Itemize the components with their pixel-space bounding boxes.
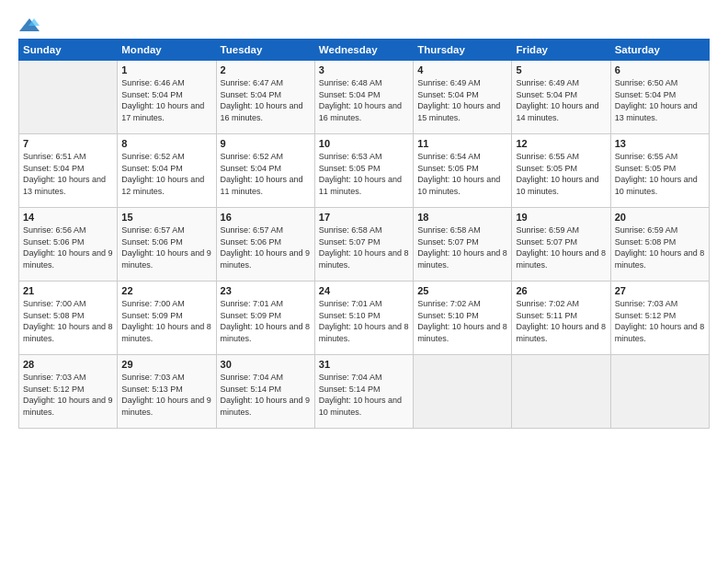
day-info: Sunrise: 6:54 AM Sunset: 5:05 PM Dayligh… [417, 151, 507, 197]
calendar-cell: 1Sunrise: 6:46 AM Sunset: 5:04 PM Daylig… [118, 61, 216, 134]
day-info: Sunrise: 6:58 AM Sunset: 5:07 PM Dayligh… [417, 224, 507, 270]
calendar-cell [512, 355, 610, 429]
day-info: Sunrise: 7:01 AM Sunset: 5:10 PM Dayligh… [319, 298, 409, 344]
day-info: Sunrise: 6:52 AM Sunset: 5:04 PM Dayligh… [121, 151, 211, 197]
day-info: Sunrise: 7:02 AM Sunset: 5:11 PM Dayligh… [516, 298, 606, 344]
day-info: Sunrise: 6:57 AM Sunset: 5:06 PM Dayligh… [221, 224, 311, 270]
day-number: 21 [23, 285, 113, 296]
day-info: Sunrise: 6:59 AM Sunset: 5:07 PM Dayligh… [516, 224, 606, 270]
col-header-saturday: Saturday [610, 40, 709, 61]
col-header-friday: Friday [512, 40, 610, 61]
day-number: 23 [221, 285, 311, 296]
day-info: Sunrise: 6:52 AM Sunset: 5:04 PM Dayligh… [221, 151, 311, 197]
calendar-cell: 26Sunrise: 7:02 AM Sunset: 5:11 PM Dayli… [512, 282, 610, 355]
calendar-cell: 29Sunrise: 7:03 AM Sunset: 5:13 PM Dayli… [118, 355, 216, 429]
day-number: 1 [121, 64, 211, 75]
day-info: Sunrise: 6:59 AM Sunset: 5:08 PM Dayligh… [615, 224, 705, 270]
day-info: Sunrise: 7:03 AM Sunset: 5:12 PM Dayligh… [615, 298, 705, 344]
calendar-cell: 12Sunrise: 6:55 AM Sunset: 5:05 PM Dayli… [512, 134, 610, 208]
day-number: 7 [23, 138, 113, 149]
day-number: 27 [615, 285, 705, 296]
logo-icon [19, 17, 40, 33]
day-info: Sunrise: 6:56 AM Sunset: 5:06 PM Dayligh… [23, 224, 113, 270]
day-info: Sunrise: 6:50 AM Sunset: 5:04 PM Dayligh… [615, 77, 705, 123]
calendar-cell: 7Sunrise: 6:51 AM Sunset: 5:04 PM Daylig… [19, 134, 118, 208]
calendar-cell: 18Sunrise: 6:58 AM Sunset: 5:07 PM Dayli… [414, 208, 512, 282]
calendar-cell: 22Sunrise: 7:00 AM Sunset: 5:09 PM Dayli… [118, 282, 216, 355]
calendar-cell: 28Sunrise: 7:03 AM Sunset: 5:12 PM Dayli… [19, 355, 118, 429]
day-info: Sunrise: 6:51 AM Sunset: 5:04 PM Dayligh… [23, 151, 113, 197]
calendar-cell: 20Sunrise: 6:59 AM Sunset: 5:08 PM Dayli… [610, 208, 709, 282]
day-number: 18 [417, 212, 507, 223]
day-info: Sunrise: 6:49 AM Sunset: 5:04 PM Dayligh… [516, 77, 606, 123]
col-header-monday: Monday [118, 40, 216, 61]
calendar-cell: 31Sunrise: 7:04 AM Sunset: 5:14 PM Dayli… [314, 355, 413, 429]
day-info: Sunrise: 6:58 AM Sunset: 5:07 PM Dayligh… [319, 224, 409, 270]
day-number: 5 [516, 64, 606, 75]
day-number: 14 [23, 212, 113, 223]
calendar-cell: 16Sunrise: 6:57 AM Sunset: 5:06 PM Dayli… [216, 208, 314, 282]
calendar-cell [610, 355, 709, 429]
calendar-cell: 15Sunrise: 6:57 AM Sunset: 5:06 PM Dayli… [118, 208, 216, 282]
calendar-cell: 6Sunrise: 6:50 AM Sunset: 5:04 PM Daylig… [610, 61, 709, 134]
day-info: Sunrise: 6:46 AM Sunset: 5:04 PM Dayligh… [121, 77, 211, 123]
day-info: Sunrise: 7:01 AM Sunset: 5:09 PM Dayligh… [221, 298, 311, 344]
day-info: Sunrise: 6:49 AM Sunset: 5:04 PM Dayligh… [417, 77, 507, 123]
day-info: Sunrise: 6:55 AM Sunset: 5:05 PM Dayligh… [516, 151, 606, 197]
day-number: 30 [221, 359, 311, 370]
calendar-cell [414, 355, 512, 429]
col-header-thursday: Thursday [414, 40, 512, 61]
day-info: Sunrise: 7:03 AM Sunset: 5:13 PM Dayligh… [121, 372, 211, 418]
day-number: 3 [319, 64, 409, 75]
calendar-cell [19, 61, 118, 134]
day-number: 12 [516, 138, 606, 149]
day-number: 25 [417, 285, 507, 296]
calendar-cell: 8Sunrise: 6:52 AM Sunset: 5:04 PM Daylig… [118, 134, 216, 208]
day-number: 11 [417, 138, 507, 149]
week-row-4: 21Sunrise: 7:00 AM Sunset: 5:08 PM Dayli… [19, 282, 710, 355]
calendar-cell: 13Sunrise: 6:55 AM Sunset: 5:05 PM Dayli… [610, 134, 709, 208]
day-info: Sunrise: 7:00 AM Sunset: 5:09 PM Dayligh… [121, 298, 211, 344]
week-row-5: 28Sunrise: 7:03 AM Sunset: 5:12 PM Dayli… [19, 355, 710, 429]
day-number: 15 [121, 212, 211, 223]
calendar-cell: 19Sunrise: 6:59 AM Sunset: 5:07 PM Dayli… [512, 208, 610, 282]
calendar-table: SundayMondayTuesdayWednesdayThursdayFrid… [18, 39, 710, 429]
day-number: 31 [319, 359, 409, 370]
day-number: 19 [516, 212, 606, 223]
day-info: Sunrise: 6:53 AM Sunset: 5:05 PM Dayligh… [319, 151, 409, 197]
calendar-cell: 5Sunrise: 6:49 AM Sunset: 5:04 PM Daylig… [512, 61, 610, 134]
calendar-cell: 10Sunrise: 6:53 AM Sunset: 5:05 PM Dayli… [314, 134, 413, 208]
week-row-1: 1Sunrise: 6:46 AM Sunset: 5:04 PM Daylig… [19, 61, 710, 134]
calendar-cell: 17Sunrise: 6:58 AM Sunset: 5:07 PM Dayli… [314, 208, 413, 282]
col-header-sunday: Sunday [19, 40, 118, 61]
calendar-cell: 3Sunrise: 6:48 AM Sunset: 5:04 PM Daylig… [314, 61, 413, 134]
day-info: Sunrise: 6:55 AM Sunset: 5:05 PM Dayligh… [615, 151, 705, 197]
logo [18, 17, 40, 29]
day-info: Sunrise: 7:02 AM Sunset: 5:10 PM Dayligh… [417, 298, 507, 344]
calendar-cell: 21Sunrise: 7:00 AM Sunset: 5:08 PM Dayli… [19, 282, 118, 355]
day-number: 9 [221, 138, 311, 149]
week-row-2: 7Sunrise: 6:51 AM Sunset: 5:04 PM Daylig… [19, 134, 710, 208]
day-info: Sunrise: 6:48 AM Sunset: 5:04 PM Dayligh… [319, 77, 409, 123]
day-number: 10 [319, 138, 409, 149]
col-header-wednesday: Wednesday [314, 40, 413, 61]
day-number: 16 [221, 212, 311, 223]
calendar-cell: 9Sunrise: 6:52 AM Sunset: 5:04 PM Daylig… [216, 134, 314, 208]
day-number: 2 [221, 64, 311, 75]
day-info: Sunrise: 7:00 AM Sunset: 5:08 PM Dayligh… [23, 298, 113, 344]
header [18, 17, 710, 29]
day-number: 28 [23, 359, 113, 370]
day-number: 29 [121, 359, 211, 370]
calendar-cell: 11Sunrise: 6:54 AM Sunset: 5:05 PM Dayli… [414, 134, 512, 208]
day-number: 26 [516, 285, 606, 296]
day-number: 8 [121, 138, 211, 149]
day-number: 17 [319, 212, 409, 223]
day-info: Sunrise: 6:47 AM Sunset: 5:04 PM Dayligh… [221, 77, 311, 123]
day-number: 13 [615, 138, 705, 149]
calendar-cell: 14Sunrise: 6:56 AM Sunset: 5:06 PM Dayli… [19, 208, 118, 282]
day-number: 24 [319, 285, 409, 296]
calendar-cell: 23Sunrise: 7:01 AM Sunset: 5:09 PM Dayli… [216, 282, 314, 355]
day-number: 20 [615, 212, 705, 223]
col-header-tuesday: Tuesday [216, 40, 314, 61]
day-number: 6 [615, 64, 705, 75]
